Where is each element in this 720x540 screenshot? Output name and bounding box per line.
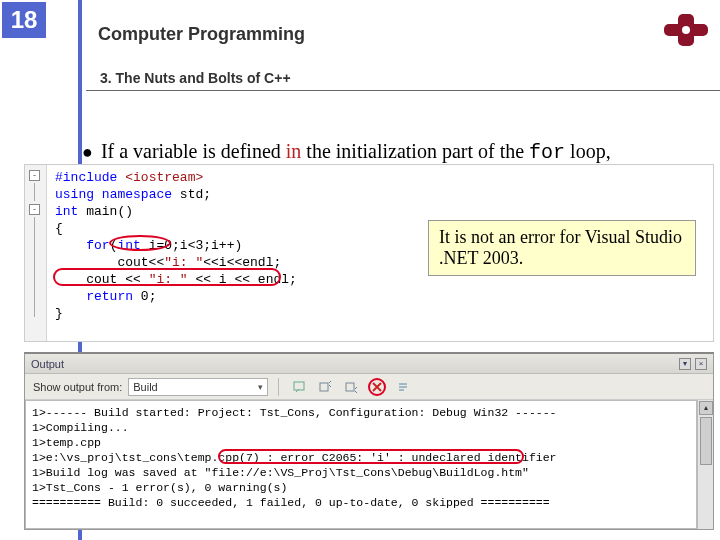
code-content: #include <iostream> using namespace std;… <box>55 169 297 322</box>
output-title: Output <box>31 358 64 370</box>
bullet-text-1: If a variable is defined <box>101 140 286 162</box>
fold-toggle-icon[interactable]: - <box>29 204 40 215</box>
code-token <box>55 289 86 304</box>
output-source-dropdown[interactable]: Build ▾ <box>128 378 268 396</box>
slide-number: 18 <box>2 2 46 38</box>
bullet-text-2: the initialization part of the <box>301 140 529 162</box>
prev-message-button[interactable] <box>315 378 335 396</box>
pin-icon[interactable]: ▾ <box>679 358 691 370</box>
highlight-ellipse-icon <box>218 449 524 464</box>
fold-line <box>34 183 35 201</box>
code-token: std; <box>172 187 211 202</box>
callout-text: It is not an error for Visual Studio .NE… <box>439 227 682 268</box>
output-scrollbar[interactable]: ▴ <box>697 400 713 529</box>
code-token: for <box>86 238 109 253</box>
scroll-up-icon[interactable]: ▴ <box>699 401 713 415</box>
find-message-button[interactable] <box>289 378 309 396</box>
output-source-value: Build <box>133 381 157 393</box>
bullet-text-for: for <box>529 141 565 164</box>
output-toolbar: Show output from: Build ▾ <box>25 374 713 400</box>
code-token: { <box>55 221 63 236</box>
code-token <box>94 187 102 202</box>
bullet-text-in: in <box>286 140 302 162</box>
scroll-thumb[interactable] <box>700 417 712 465</box>
code-token: using <box>55 187 94 202</box>
svg-rect-5 <box>346 383 354 391</box>
toggle-wrap-button[interactable] <box>393 378 413 396</box>
divider <box>86 90 720 91</box>
code-token: <iostream> <box>117 170 203 185</box>
svg-rect-4 <box>320 383 328 391</box>
fold-toggle-icon[interactable]: - <box>29 170 40 181</box>
code-gutter: - - <box>25 165 47 341</box>
output-body: 1>------ Build started: Project: Tst_Con… <box>25 400 697 529</box>
page-title: Computer Programming <box>98 24 305 45</box>
svg-point-2 <box>682 26 690 34</box>
code-token: 0; <box>133 289 156 304</box>
code-token <box>55 238 86 253</box>
output-title-bar: Output ▾ × <box>25 354 713 374</box>
code-token: namespace <box>102 187 172 202</box>
page-subtitle: 3. The Nuts and Bolts of C++ <box>100 70 291 86</box>
close-icon[interactable]: × <box>695 358 707 370</box>
code-token: } <box>55 306 63 321</box>
university-logo-icon <box>664 14 708 46</box>
next-message-button[interactable] <box>341 378 361 396</box>
callout-note: It is not an error for Visual Studio .NE… <box>428 220 696 276</box>
code-token: #include <box>55 170 117 185</box>
highlight-ellipse-icon <box>109 235 171 251</box>
chevron-down-icon: ▾ <box>258 382 263 392</box>
code-token: int <box>55 204 78 219</box>
svg-rect-3 <box>294 382 304 390</box>
bullet-dot-icon: ● <box>82 142 93 162</box>
fold-line <box>34 217 35 317</box>
output-panel: Output ▾ × Show output from: Build ▾ 1>-… <box>24 352 714 530</box>
bullet-text-3: loop, <box>565 140 611 162</box>
window-controls: ▾ × <box>679 358 707 370</box>
code-token: main() <box>78 204 133 219</box>
clear-output-button[interactable] <box>367 378 387 396</box>
code-token: return <box>86 289 133 304</box>
show-output-label: Show output from: <box>33 381 122 393</box>
bullet-line: ●If a variable is defined in the initial… <box>82 140 611 164</box>
highlight-ellipse-icon <box>53 268 281 286</box>
toolbar-separator <box>278 378 279 396</box>
